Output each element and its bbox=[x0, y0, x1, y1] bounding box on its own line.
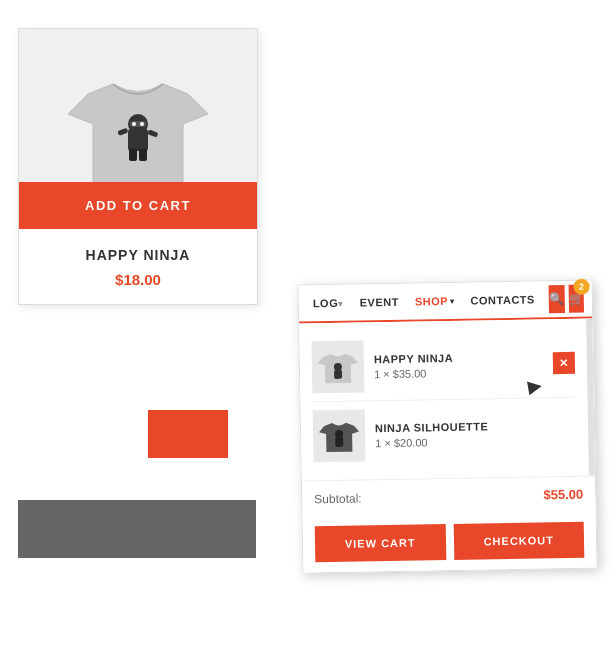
cart-actions: VIEW CART CHECKOUT bbox=[303, 511, 597, 572]
product-card: ADD TO CART HAPPY NINJA $18.00 bbox=[18, 28, 258, 305]
cart-item-1-name: HAPPY NINJA bbox=[374, 350, 543, 365]
search-icon: 🔍 bbox=[549, 292, 564, 306]
svg-rect-10 bbox=[334, 370, 342, 379]
subtotal-row: Subtotal: $55.00 bbox=[302, 475, 596, 516]
subtotal-label: Subtotal: bbox=[314, 491, 362, 506]
cart-item: NINJA SILHOUETTE 1 × $20.00 bbox=[313, 398, 577, 471]
cart-button[interactable]: 🛒 2 bbox=[568, 285, 584, 313]
cart-item-1-image bbox=[311, 340, 364, 393]
cart-item-2-qty-price: 1 × $20.00 bbox=[375, 433, 576, 449]
nav-item-blog[interactable]: LOG▾ bbox=[307, 293, 350, 314]
svg-point-3 bbox=[132, 122, 136, 126]
decoration-red-rect bbox=[148, 410, 228, 458]
cart-item-2-name: NINJA SILHOUETTE bbox=[375, 418, 576, 434]
cart-item-2-thumbnail bbox=[319, 416, 360, 457]
checkout-button[interactable]: CHECKOUT bbox=[453, 522, 584, 560]
nav-bar: LOG▾ EVENT SHOP ▾ CONTACTS 🔍 🛒 2 bbox=[299, 280, 593, 323]
view-cart-button[interactable]: VIEW CART bbox=[315, 524, 446, 562]
product-info: HAPPY NINJA $18.00 bbox=[19, 229, 257, 304]
product-price: $18.00 bbox=[35, 271, 241, 288]
cart-item-2-image bbox=[313, 409, 366, 462]
cart-dropdown-panel: LOG▾ EVENT SHOP ▾ CONTACTS 🔍 🛒 2 bbox=[298, 279, 598, 573]
add-to-cart-button[interactable]: ADD TO CART bbox=[19, 182, 257, 229]
svg-rect-12 bbox=[335, 437, 343, 447]
cart-item-1-remove-button[interactable]: ✕ bbox=[553, 352, 575, 374]
product-name: HAPPY NINJA bbox=[35, 247, 241, 263]
cart-item-1-thumbnail bbox=[318, 347, 359, 388]
nav-item-shop[interactable]: SHOP ▾ bbox=[409, 291, 461, 312]
nav-item-event[interactable]: EVENT bbox=[353, 292, 405, 313]
product-image-area: ADD TO CART bbox=[19, 29, 257, 229]
search-button[interactable]: 🔍 bbox=[549, 285, 565, 313]
product-tshirt-image bbox=[68, 59, 208, 199]
svg-point-4 bbox=[140, 122, 144, 126]
cart-item-1-details: HAPPY NINJA 1 × $35.00 bbox=[374, 350, 543, 380]
decoration-gray-bar bbox=[18, 500, 256, 558]
cart-badge: 2 bbox=[573, 279, 589, 295]
svg-rect-7 bbox=[129, 149, 137, 161]
cart-items-area: HAPPY NINJA 1 × $35.00 ✕ NINJA SILHOUETT… bbox=[299, 318, 595, 480]
svg-rect-8 bbox=[139, 149, 147, 161]
cart-item-1-qty-price: 1 × $35.00 bbox=[374, 365, 543, 380]
subtotal-amount: $55.00 bbox=[543, 487, 583, 503]
nav-item-contacts[interactable]: CONTACTS bbox=[464, 289, 541, 310]
cart-item-2-details: NINJA SILHOUETTE 1 × $20.00 bbox=[375, 418, 576, 449]
